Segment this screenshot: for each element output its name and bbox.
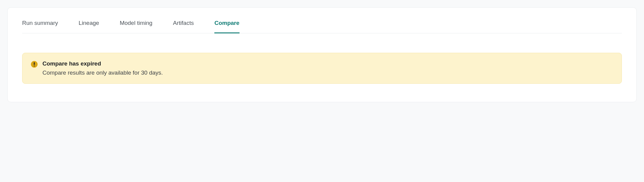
main-card: Run summary Lineage Model timing Artifac… <box>7 7 637 102</box>
expired-alert: Compare has expired Compare results are … <box>22 53 622 84</box>
svg-rect-0 <box>34 62 35 65</box>
alert-body: Compare has expired Compare results are … <box>42 60 613 76</box>
alert-title: Compare has expired <box>42 60 613 67</box>
tab-content: Compare has expired Compare results are … <box>8 33 636 84</box>
tab-compare[interactable]: Compare <box>214 20 239 33</box>
tab-run-summary[interactable]: Run summary <box>22 20 58 33</box>
svg-point-1 <box>34 66 35 66</box>
alert-message: Compare results are only available for 3… <box>42 69 613 76</box>
tab-bar: Run summary Lineage Model timing Artifac… <box>22 20 622 33</box>
tab-artifacts[interactable]: Artifacts <box>173 20 194 33</box>
warning-icon <box>31 61 38 68</box>
tab-lineage[interactable]: Lineage <box>79 20 99 33</box>
tab-model-timing[interactable]: Model timing <box>120 20 153 33</box>
